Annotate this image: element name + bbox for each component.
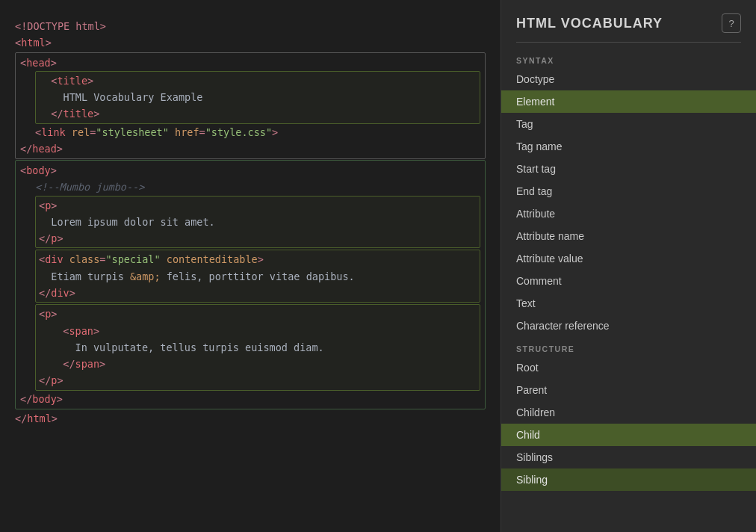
vocab-item-element[interactable]: Element — [501, 90, 756, 113]
vocab-item-attribute-value[interactable]: Attribute value — [501, 247, 756, 270]
vocab-item-tag-name[interactable]: Tag name — [501, 135, 756, 158]
vocab-item-doctype[interactable]: Doctype — [501, 68, 756, 90]
vocab-item-parent[interactable]: Parent — [501, 379, 756, 401]
vocab-header: HTML VOCABULARY ? — [501, 0, 756, 42]
vocab-item-tag[interactable]: Tag — [501, 113, 756, 135]
body-box: <body> <!--Mumbo jumbo--> <p> Lorem ipsu… — [15, 160, 486, 409]
doctype-line: <!DOCTYPE html> — [15, 20, 106, 32]
vocab-divider — [516, 42, 741, 43]
vocab-item-comment[interactable]: Comment — [501, 270, 756, 292]
vocab-item-attribute-name[interactable]: Attribute name — [501, 225, 756, 247]
vocab-item-character-reference[interactable]: Character reference — [501, 315, 756, 337]
p2-box: <p> <span> In vulputate, tellus turpis e… — [35, 304, 480, 390]
head-box: <head> <title> HTML Vocabulary Example <… — [15, 52, 486, 160]
vocab-title: HTML VOCABULARY — [516, 16, 663, 31]
p1-box: <p> Lorem ipsum dolor sit amet. </p> — [35, 196, 480, 249]
syntax-section-label: SYNTAX — [501, 49, 756, 68]
title-box: <title> HTML Vocabulary Example </title> — [35, 71, 480, 124]
help-button[interactable]: ? — [722, 13, 741, 33]
vocab-item-root[interactable]: Root — [501, 356, 756, 379]
div-box: <div class="special" contenteditable> Et… — [35, 250, 480, 303]
vocabulary-panel: HTML VOCABULARY ? SYNTAX Doctype Element… — [501, 0, 756, 532]
html-open-tag: <html> — [15, 37, 52, 49]
vocab-item-attribute[interactable]: Attribute — [501, 202, 756, 225]
vocab-item-children[interactable]: Children — [501, 401, 756, 424]
vocab-item-end-tag[interactable]: End tag — [501, 180, 756, 202]
vocab-item-siblings[interactable]: Siblings — [501, 446, 756, 468]
vocab-item-text[interactable]: Text — [501, 292, 756, 315]
structure-section-label: STRUCTURE — [501, 337, 756, 356]
vocab-item-start-tag[interactable]: Start tag — [501, 158, 756, 180]
vocab-item-sibling[interactable]: Sibling — [501, 468, 756, 491]
code-editor: <!DOCTYPE html> <html> <head> <title> HT… — [0, 0, 501, 532]
vocab-item-child[interactable]: Child — [501, 424, 756, 446]
